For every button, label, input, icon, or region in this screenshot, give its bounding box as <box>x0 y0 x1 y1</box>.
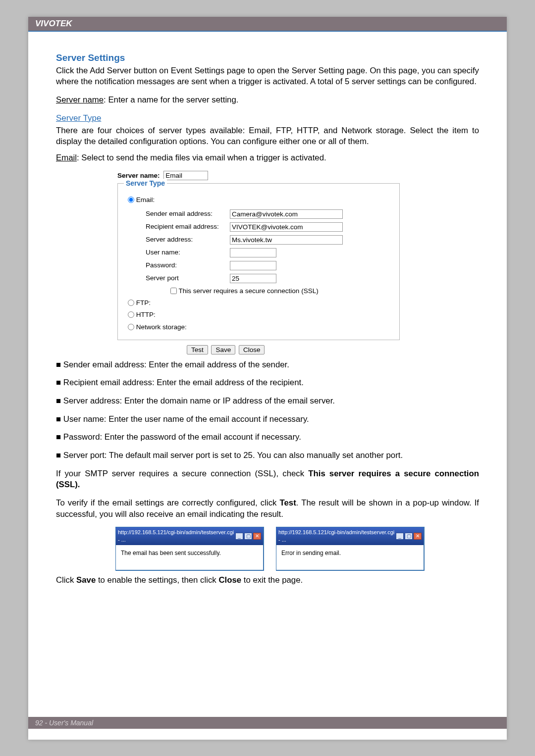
test-note-pre: To verify if the email settings are corr… <box>56 498 280 507</box>
popup-success-body: The email has been sent successfully. <box>116 545 263 570</box>
close-icon[interactable]: ✕ <box>414 533 422 540</box>
email-fields: Sender email address: Recipient email ad… <box>146 209 392 296</box>
closing-save: Save <box>76 575 96 585</box>
sender-input[interactable] <box>230 209 343 219</box>
email-desc-text: : Select to send the media files via ema… <box>77 153 326 162</box>
footer-bar: 92 - User's Manual <box>28 717 507 729</box>
radio-http-row: HTTP: <box>128 310 392 319</box>
server-name-desc-text: : Enter a name for the server setting. <box>104 95 238 104</box>
section-title: Server Settings <box>56 51 479 64</box>
ssl-note: If your SMTP server requires a secure co… <box>56 468 479 491</box>
closing-note: Click Save to enable the settings, then … <box>56 575 479 586</box>
window-buttons: _ ▢ ✕ <box>396 533 422 540</box>
popup-error-titlebar: http://192.168.5.121/cgi-bin/admin/tests… <box>276 527 424 545</box>
server-type-intro: There are four choices of server types a… <box>56 125 479 148</box>
intro-paragraph: Click the Add Server button on Event Set… <box>56 65 479 88</box>
closing-close: Close <box>218 575 241 585</box>
recipient-input[interactable] <box>230 222 343 232</box>
fieldset-legend: Server Type <box>124 179 167 188</box>
bullet-sender: ■ Sender email address: Enter the email … <box>56 359 479 371</box>
server-settings-form: Server name: Server Type Email: Sender e… <box>117 171 400 355</box>
test-note: To verify if the email settings are corr… <box>56 498 479 520</box>
maximize-icon[interactable]: ▢ <box>244 533 252 540</box>
radio-email-label: Email: <box>136 196 155 203</box>
radio-email[interactable] <box>128 197 134 203</box>
pwd-label: Password: <box>146 261 230 270</box>
radio-ns[interactable] <box>128 324 134 330</box>
popup-error-body: Error in sending email. <box>276 545 424 570</box>
minimize-icon[interactable]: _ <box>396 533 404 540</box>
bullet-password: ■ Password: Enter the password of the em… <box>56 432 479 443</box>
radio-ftp-label: FTP: <box>136 299 151 306</box>
port-input[interactable] <box>230 274 276 283</box>
sender-label: Sender email address: <box>146 209 230 218</box>
radio-ftp[interactable] <box>128 300 134 306</box>
popup-success-title: http://192.168.5.121/cgi-bin/admin/tests… <box>118 529 235 544</box>
bullet-user: ■ User name: Enter the user name of the … <box>56 414 479 425</box>
radio-http-label: HTTP: <box>136 311 156 318</box>
server-name-underlined: Server name <box>56 95 104 104</box>
popup-success: http://192.168.5.121/cgi-bin/admin/tests… <box>115 527 264 571</box>
window-buttons: _ ▢ ✕ <box>235 533 261 540</box>
content-area: Server Settings Click the Add Server but… <box>28 32 507 603</box>
recipient-label: Recipient email address: <box>146 222 230 231</box>
pwd-input[interactable] <box>230 261 276 270</box>
popup-error: http://192.168.5.121/cgi-bin/admin/tests… <box>276 527 425 571</box>
header-bar: VIVOTEK <box>28 17 507 32</box>
brand-text: VIVOTEK <box>35 19 72 28</box>
email-underlined: Email <box>56 153 77 162</box>
radio-http[interactable] <box>128 311 134 318</box>
radio-ftp-row: FTP: <box>128 299 392 307</box>
server-name-label: Server name: <box>117 172 160 179</box>
bullet-recipient: ■ Recipient email address: Enter the ema… <box>56 377 479 389</box>
test-button[interactable]: Test <box>187 345 208 354</box>
ssl-checkbox[interactable] <box>170 288 177 294</box>
bullet-server: ■ Server address: Enter the domain name … <box>56 396 479 407</box>
footer-text: 92 - User's Manual <box>35 719 93 727</box>
ssl-note-pre: If your SMTP server requires a secure co… <box>56 469 308 478</box>
user-label: User name: <box>146 248 230 257</box>
server-type-heading: Server Type <box>56 113 479 124</box>
closing-post: to exit the page. <box>241 575 303 585</box>
close-icon[interactable]: ✕ <box>253 533 261 540</box>
test-note-bold: Test <box>280 498 296 507</box>
ssl-row: This server requires a secure connection… <box>170 287 392 296</box>
bullet-port: ■ Server port: The default mail server p… <box>56 450 479 461</box>
radio-ns-row: Network storage: <box>128 323 392 332</box>
port-label: Server port <box>146 274 230 283</box>
user-input[interactable] <box>230 248 276 257</box>
close-button[interactable]: Close <box>239 345 265 354</box>
server-addr-input[interactable] <box>230 235 343 245</box>
button-row: Test Save Close <box>187 344 400 355</box>
minimize-icon[interactable]: _ <box>235 533 243 540</box>
closing-mid: to enable the settings, then click <box>96 575 218 585</box>
closing-pre: Click <box>56 575 76 585</box>
save-button[interactable]: Save <box>211 345 235 354</box>
radio-ns-label: Network storage: <box>136 323 187 331</box>
bullet-list: ■ Sender email address: Enter the email … <box>56 359 479 461</box>
server-name-desc: Server name: Enter a name for the server… <box>56 95 479 106</box>
popup-success-titlebar: http://192.168.5.121/cgi-bin/admin/tests… <box>116 527 263 545</box>
popup-error-title: http://192.168.5.121/cgi-bin/admin/tests… <box>278 529 396 544</box>
server-name-input[interactable] <box>163 171 208 180</box>
server-addr-label: Server address: <box>146 235 230 244</box>
radio-email-row: Email: <box>128 196 392 204</box>
email-desc: Email: Select to send the media files vi… <box>56 152 479 164</box>
result-popups: http://192.168.5.121/cgi-bin/admin/tests… <box>115 527 479 571</box>
server-type-fieldset: Server Type Email: Sender email address:… <box>117 183 400 340</box>
document-page: VIVOTEK Server Settings Click the Add Se… <box>28 17 507 740</box>
maximize-icon[interactable]: ▢ <box>405 533 413 540</box>
ssl-label: This server requires a secure connection… <box>179 287 319 295</box>
